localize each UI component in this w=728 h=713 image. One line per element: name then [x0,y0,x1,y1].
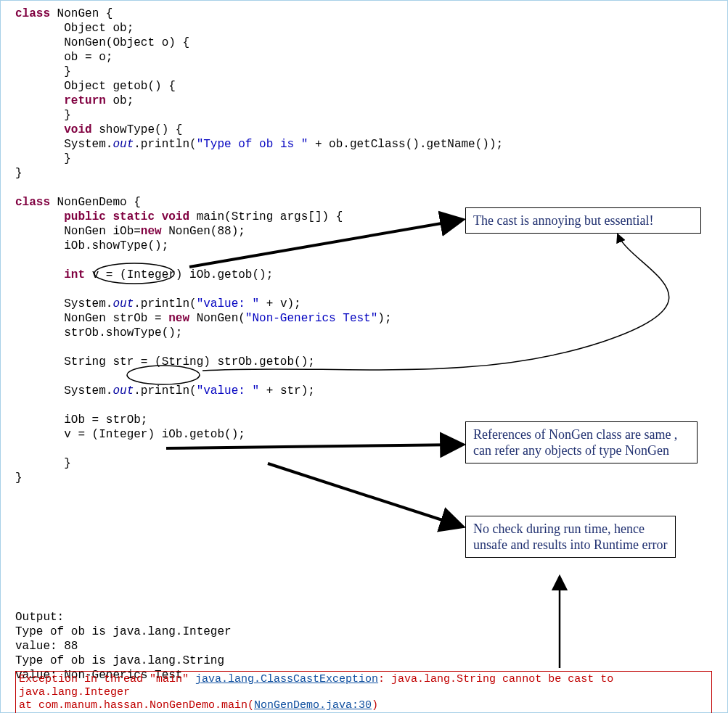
code-text: showType() { [92,123,183,136]
code-text: System. [15,384,113,397]
code-text: Object getob() { [15,80,176,93]
string-lit: "Type of ob is " [197,138,308,151]
code-text: ); [377,312,391,325]
output-line: Type of ob is java.lang.String [15,654,224,667]
code-text: v = (Integer) iOb.getob(); [15,428,245,441]
kw-int: int [64,268,85,281]
code-text: } [15,457,71,470]
code-text: System. [15,297,113,310]
error-box: Exception in thread "main" java.lang.Cla… [15,671,712,713]
code-text: .println( [134,138,196,151]
code-text: NonGen strOb = [15,312,168,325]
code-text: NonGen(Object o) { [15,36,189,49]
code-text: String str = (String) strOb.getob(); [15,355,315,368]
error-loc-link: NonGenDemo.java:30 [254,699,372,712]
annotation-references: References of NonGen class are same , ca… [465,421,698,463]
output-line: value: 88 [15,640,78,653]
static-out: out [113,138,134,151]
annotation-cast: The cast is annoying but essential! [465,207,701,234]
code-text: System. [15,138,113,151]
code-text: iOb = strOb; [15,413,147,426]
code-text: NonGen { [50,7,113,20]
code-text: v = (Integer) iOb.getob(); [85,268,273,281]
annotation-runtime-error: No check during run time, hence unsafe a… [465,516,676,558]
kw-return: return [64,94,106,107]
kw-new: new [168,312,189,325]
code-text: + ob.getClass().getName()); [308,138,503,151]
kw-class: class [15,7,50,20]
code-text: } [15,471,23,485]
code-text: } [15,109,71,122]
output-line: Type of ob is java.lang.Integer [15,625,232,638]
code-block: class NonGen { Object ob; NonGen(Object … [15,7,712,485]
code-text: + str); [259,384,315,397]
static-out: out [113,297,134,310]
code-text: .println( [134,384,196,397]
code-text: } [15,167,23,180]
code-text: + v); [259,297,301,310]
kw-new: new [141,225,162,238]
string-lit: "Non-Generics Test" [245,312,377,325]
code-text: iOb.showType(); [15,239,168,252]
code-text: Object ob; [15,22,134,35]
string-lit: "value: " [197,297,259,310]
error-class-link: java.lang.ClassCastException [195,673,378,685]
code-text: strOb.showType(); [15,326,182,339]
document-page: class NonGen { Object ob; NonGen(Object … [0,0,728,713]
code-text: NonGenDemo { [50,196,141,209]
kw-psv: public static void [64,210,189,223]
code-text: main(String args[]) { [189,210,343,223]
kw-class: class [15,196,50,209]
kw-void: void [64,123,91,136]
error-end: ) [372,699,378,712]
code-text: ob = o; [15,51,113,64]
error-prefix: Exception in thread "main" [19,673,195,685]
code-text: NonGen(88); [162,225,245,238]
string-lit: "value: " [197,384,259,397]
error-at: at com.manum.hassan.NonGenDemo.main( [19,699,254,712]
code-text: NonGen iOb= [15,225,141,238]
static-out: out [113,384,134,397]
output-title: Output: [15,611,64,624]
code-text: } [15,152,71,165]
code-text: ob; [106,94,134,107]
code-text: } [15,65,71,78]
code-text: .println( [134,297,196,310]
code-text: NonGen( [189,312,245,325]
